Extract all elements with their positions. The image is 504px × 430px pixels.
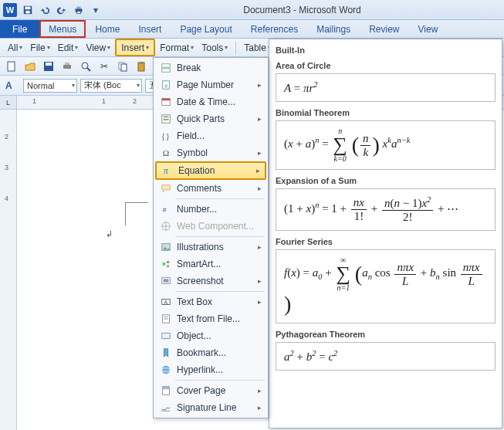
paragraph-mark-icon: ↲ — [106, 229, 113, 239]
svg-rect-8 — [46, 63, 52, 66]
ribbon-tab-home[interactable]: Home — [86, 20, 129, 38]
menu-item-object[interactable]: Object... — [155, 327, 266, 344]
menu-item-smartart[interactable]: SmartArt... — [155, 256, 266, 273]
pagenum-icon: # — [158, 80, 174, 90]
menu-item-label: Cover Page — [177, 385, 225, 396]
svg-text:π: π — [164, 165, 169, 176]
svg-rect-27 — [164, 117, 169, 118]
equation-item-area[interactable]: A = πr2 — [276, 73, 496, 102]
equation-title: Area of Circle — [276, 61, 496, 70]
svg-rect-9 — [63, 65, 71, 69]
equation-item-pythag[interactable]: a2 + b2 = c2 — [276, 342, 496, 371]
comments-icon — [158, 183, 174, 194]
app-icon[interactable]: W — [3, 3, 17, 17]
ruler-tick: 2 — [5, 133, 8, 141]
menu-item-label: Web Component... — [177, 221, 254, 232]
submenu-arrow-icon: ▸ — [258, 298, 262, 306]
equation-item-binomial[interactable]: (x + a)n = n∑k=0 (nk) xkan−k — [276, 120, 496, 170]
ruler-tick: 1 — [102, 97, 106, 105]
undo-icon[interactable] — [37, 2, 52, 18]
svg-rect-21 — [162, 69, 171, 72]
ruler-tick: 1 — [32, 97, 36, 105]
menu-item-label: Comments — [177, 183, 222, 194]
equation-item-expansion[interactable]: (1 + x)n = 1 + nx1! + n(n − 1)x22! + ⋯ — [276, 188, 496, 231]
styles-icon[interactable]: A — [3, 78, 20, 93]
paste-icon[interactable] — [133, 59, 150, 74]
svg-point-11 — [82, 63, 88, 69]
menu-item-textbox[interactable]: AText Box▸ — [155, 293, 266, 310]
menu-item-field[interactable]: { }Field... — [155, 127, 266, 144]
page-margin-corner — [125, 202, 156, 233]
equation-title: Pythagorean Theorem — [276, 330, 496, 339]
menu-item-datetime[interactable]: Date & Time... — [155, 93, 266, 110]
menu-edit[interactable]: Edit▾ — [55, 39, 82, 56]
redo-icon[interactable] — [54, 2, 69, 18]
print-icon[interactable] — [59, 59, 76, 74]
svg-point-37 — [167, 261, 170, 264]
menu-item-bookmark[interactable]: Bookmark... — [155, 344, 266, 361]
submenu-arrow-icon: ▸ — [258, 243, 262, 251]
menu-view[interactable]: View▾ — [83, 39, 113, 56]
menu-format[interactable]: Format▾ — [157, 39, 197, 56]
menu-item-symbol[interactable]: ΩSymbol▸ — [155, 144, 266, 161]
menu-all[interactable]: All▾ — [5, 39, 25, 56]
field-icon: { } — [158, 130, 174, 141]
new-doc-icon[interactable] — [3, 59, 20, 74]
cut-icon[interactable]: ✂ — [96, 59, 113, 74]
save-icon[interactable] — [20, 2, 36, 18]
equation-item-fourier[interactable]: f(x) = a0 + ∞∑n=1 (an cos nπxL + bn sin … — [276, 249, 496, 323]
ribbon-tabs: File Menus Home Insert Page Layout Refer… — [0, 20, 504, 39]
open-icon[interactable] — [22, 59, 39, 74]
menu-item-illus[interactable]: Illustrations▸ — [155, 239, 266, 256]
ribbon-tab-insert[interactable]: Insert — [129, 20, 171, 38]
ribbon-tab-page-layout[interactable]: Page Layout — [171, 20, 241, 38]
menu-item-break[interactable]: Break — [155, 59, 266, 76]
file-tab[interactable]: File — [0, 20, 39, 38]
menu-insert[interactable]: Insert▾ — [115, 39, 155, 56]
menu-tools[interactable]: Tools▾ — [198, 39, 231, 56]
menu-item-hyperlink[interactable]: Hyperlink... — [155, 361, 266, 378]
quick-access-toolbar: ▾ — [20, 2, 103, 18]
ruler-tick: 4 — [5, 195, 8, 202]
menu-item-coverpage[interactable]: Cover Page▸ — [155, 382, 266, 399]
svg-text:A: A — [5, 80, 12, 91]
menu-item-label: Break — [177, 63, 201, 73]
menu-item-signature[interactable]: Signature Line▸ — [155, 399, 266, 416]
equation-icon: π — [160, 165, 175, 176]
menu-item-label: Quick Parts — [177, 113, 225, 124]
font-combo[interactable]: 宋体 (Boc — [80, 79, 142, 93]
ribbon-tab-references[interactable]: References — [242, 20, 307, 38]
menu-item-screenshot[interactable]: Screenshot▸ — [155, 273, 266, 289]
menu-item-textfile[interactable]: Text from File... — [155, 310, 266, 327]
equation-gallery-section: Built-In — [276, 46, 496, 55]
ribbon-tab-mailings[interactable]: Mailings — [307, 20, 360, 38]
menu-item-number[interactable]: #Number... — [155, 201, 266, 218]
style-combo[interactable]: Normal — [23, 79, 77, 93]
ribbon-tab-review[interactable]: Review — [360, 20, 408, 38]
svg-text:A: A — [164, 300, 167, 305]
menu-item-label: Object... — [177, 330, 211, 341]
submenu-arrow-icon: ▸ — [258, 387, 262, 394]
ribbon-tab-menus[interactable]: Menus — [39, 20, 86, 38]
menu-file[interactable]: File▾ — [27, 39, 52, 56]
qat-more-icon[interactable]: ▾ — [88, 2, 103, 18]
menu-item-pagenum[interactable]: #Page Number▸ — [155, 76, 266, 93]
textfile-icon — [158, 313, 174, 324]
copy-icon[interactable] — [114, 59, 131, 74]
svg-rect-14 — [121, 64, 127, 71]
quickparts-icon — [158, 113, 174, 124]
screenshot-icon — [158, 276, 174, 286]
menu-item-quickparts[interactable]: Quick Parts▸ — [155, 110, 266, 127]
svg-rect-16 — [140, 62, 143, 64]
ribbon-tab-view[interactable]: View — [409, 20, 448, 38]
print-icon[interactable] — [71, 2, 86, 18]
submenu-arrow-icon: ▸ — [258, 185, 262, 192]
submenu-arrow-icon: ▸ — [258, 115, 262, 123]
save-icon[interactable] — [40, 59, 57, 74]
menu-item-equation[interactable]: πEquation▸ — [155, 161, 266, 180]
menu-item-comments[interactable]: Comments▸ — [155, 180, 266, 197]
ruler-tick: 2 — [133, 97, 137, 105]
equation-gallery: Built-In Area of Circle A = πr2 Binomial… — [269, 39, 502, 428]
svg-rect-28 — [164, 119, 169, 120]
preview-icon[interactable] — [77, 59, 94, 74]
